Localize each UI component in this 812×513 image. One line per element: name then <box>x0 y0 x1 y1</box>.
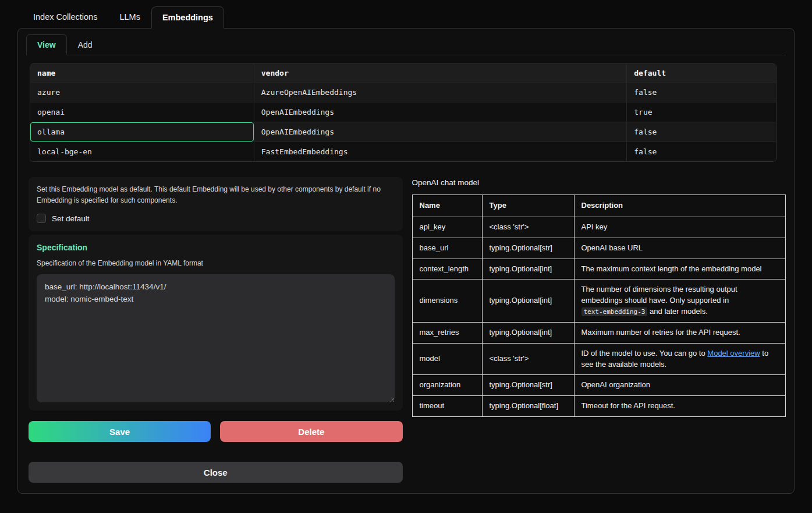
info-row: organizationtyping.Optional[str]OpenAI o… <box>412 375 786 396</box>
model-overview-link[interactable]: Model overview <box>707 349 760 358</box>
info-cell-description: OpenAI organization <box>574 375 786 396</box>
info-table: NameTypeDescription api_key<class 'str'>… <box>412 194 786 417</box>
info-row: model<class 'str'>ID of the model to use… <box>412 343 786 375</box>
specification-help-text: Specification of the Embedding model in … <box>37 259 395 267</box>
cell-default[interactable]: false <box>627 142 776 162</box>
info-header-row: NameTypeDescription <box>412 195 786 217</box>
save-button[interactable]: Save <box>29 421 211 442</box>
table-row: local-bge-enFastEmbedEmbeddingsfalse <box>30 142 776 162</box>
set-default-checkbox[interactable] <box>37 214 46 223</box>
set-default-label: Set default <box>52 214 90 223</box>
info-row: api_key<class 'str'>API key <box>412 217 786 238</box>
info-cell-name: max_retries <box>412 322 482 343</box>
info-cell-name: api_key <box>412 217 482 238</box>
info-cell-type: typing.Optional[float] <box>482 396 574 417</box>
info-cell-type: typing.Optional[int] <box>482 259 574 280</box>
info-column-header-description: Description <box>574 195 786 217</box>
table-row: azureAzureOpenAIEmbeddingsfalse <box>30 83 776 102</box>
detail-area: Set this Embedding model as default. Thi… <box>26 177 786 483</box>
info-cell-description: API key <box>574 217 786 238</box>
cell-default[interactable]: false <box>627 83 776 102</box>
info-table-body: api_key<class 'str'>API keybase_urltypin… <box>412 217 786 416</box>
column-header-default[interactable]: default <box>627 64 776 83</box>
tab-index-collections[interactable]: Index Collections <box>22 6 108 28</box>
info-cell-type: typing.Optional[str] <box>482 375 574 396</box>
info-panel-title: OpenAI chat model <box>412 178 786 187</box>
info-row: dimensionstyping.Optional[int]The number… <box>412 280 786 323</box>
tab-llms[interactable]: LLMs <box>108 6 151 28</box>
cell-name[interactable]: openai <box>30 102 254 122</box>
info-cell-description: The maximum context length of the embedd… <box>574 259 786 280</box>
embeddings-table: namevendordefault azureAzureOpenAIEmbedd… <box>30 63 776 162</box>
default-setting-block: Set this Embedding model as default. Thi… <box>29 177 403 231</box>
cell-name[interactable]: local-bge-en <box>30 142 254 162</box>
info-cell-description: Timeout for the API request. <box>574 396 786 417</box>
info-cell-type: <class 'str'> <box>482 343 574 375</box>
action-buttons: Save Delete <box>29 421 403 442</box>
info-cell-name: dimensions <box>412 280 482 323</box>
subtab-view[interactable]: View <box>26 34 67 55</box>
inline-code: text-embedding-3 <box>581 307 648 316</box>
info-column-header-name: Name <box>412 195 482 217</box>
subtab-add[interactable]: Add <box>67 34 104 55</box>
main-tabbar: Index CollectionsLLMsEmbeddings <box>17 6 795 28</box>
cell-name[interactable]: ollama <box>30 122 254 142</box>
embeddings-table-body: azureAzureOpenAIEmbeddingsfalseopenaiOpe… <box>30 83 776 162</box>
info-cell-type: typing.Optional[int] <box>482 280 574 323</box>
info-cell-description: The number of dimensions the resulting o… <box>574 280 786 323</box>
info-cell-type: typing.Optional[str] <box>482 238 574 259</box>
embeddings-panel: ViewAdd namevendordefault azureAzureOpen… <box>17 28 795 494</box>
info-cell-name: base_url <box>412 238 482 259</box>
page: Index CollectionsLLMsEmbeddings ViewAdd … <box>0 0 812 494</box>
edit-column: Set this Embedding model as default. Thi… <box>29 177 403 483</box>
cell-name[interactable]: azure <box>30 83 254 102</box>
info-cell-name: model <box>412 343 482 375</box>
info-cell-name: timeout <box>412 396 482 417</box>
delete-button[interactable]: Delete <box>220 421 402 442</box>
table-row: openaiOpenAIEmbeddingstrue <box>30 102 776 122</box>
info-row: max_retriestyping.Optional[int]Maximum n… <box>412 322 786 343</box>
info-cell-type: typing.Optional[int] <box>482 322 574 343</box>
view-add-tabbar: ViewAdd <box>26 34 786 55</box>
cell-default[interactable]: false <box>627 122 776 142</box>
info-row: timeouttyping.Optional[float]Timeout for… <box>412 396 786 417</box>
info-cell-description: OpenAI base URL <box>574 238 786 259</box>
cell-vendor[interactable]: OpenAIEmbeddings <box>254 102 627 122</box>
column-header-name[interactable]: name <box>30 64 254 83</box>
cell-vendor[interactable]: AzureOpenAIEmbeddings <box>254 83 627 102</box>
info-column: OpenAI chat model NameTypeDescription ap… <box>412 177 786 483</box>
cell-vendor[interactable]: FastEmbedEmbeddings <box>254 142 627 162</box>
info-cell-name: context_length <box>412 259 482 280</box>
info-cell-type: <class 'str'> <box>482 217 574 238</box>
info-column-header-type: Type <box>482 195 574 217</box>
cell-default[interactable]: true <box>627 102 776 122</box>
embeddings-header-row: namevendordefault <box>30 64 776 83</box>
info-cell-name: organization <box>412 375 482 396</box>
close-button[interactable]: Close <box>29 462 403 483</box>
default-help-text: Set this Embedding model as default. Thi… <box>37 184 395 206</box>
column-header-vendor[interactable]: vendor <box>254 64 627 83</box>
info-row: base_urltyping.Optional[str]OpenAI base … <box>412 238 786 259</box>
info-row: context_lengthtyping.Optional[int]The ma… <box>412 259 786 280</box>
specification-heading: Specification <box>37 243 395 252</box>
info-cell-description: ID of the model to use. You can go to Mo… <box>574 343 786 375</box>
table-row: ollamaOpenAIEmbeddingsfalse <box>30 122 776 142</box>
specification-block: Specification Specification of the Embed… <box>29 235 403 411</box>
info-cell-description: Maximum number of retries for the API re… <box>574 322 786 343</box>
cell-vendor[interactable]: OpenAIEmbeddings <box>254 122 627 142</box>
set-default-row[interactable]: Set default <box>37 214 395 223</box>
specification-textarea[interactable]: base_url: http://localhost:11434/v1/ mod… <box>37 274 395 402</box>
tab-embeddings[interactable]: Embeddings <box>151 6 224 29</box>
